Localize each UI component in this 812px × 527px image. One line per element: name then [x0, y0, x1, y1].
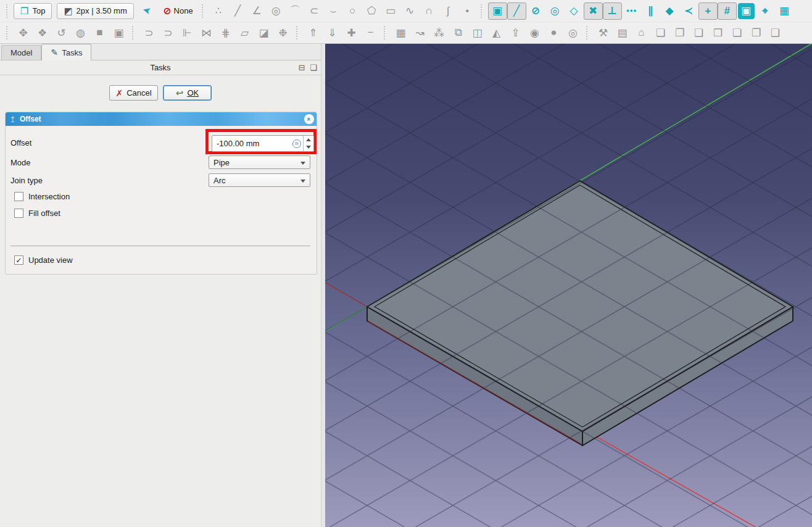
- snap-perpendicular-icon[interactable]: ⊥: [603, 2, 622, 20]
- dock-panel-icon[interactable]: ⊟: [298, 63, 305, 72]
- tab-tasks[interactable]: ✎ Tasks: [41, 44, 91, 60]
- snap-near-icon[interactable]: ≺: [679, 2, 698, 20]
- draft-polyline-icon[interactable]: ∠: [247, 2, 267, 20]
- snap-grid-icon[interactable]: #: [718, 2, 737, 20]
- expression-fx-icon[interactable]: fx: [292, 139, 301, 148]
- draft-shape2dview-icon[interactable]: ◫: [468, 24, 487, 41]
- draft-doc-plan-icon[interactable]: ❏: [651, 24, 670, 41]
- snap-center-icon[interactable]: ◎: [545, 2, 565, 20]
- draft-downgrade-icon[interactable]: ⇓: [323, 24, 342, 41]
- draft-doc-groups-icon[interactable]: ❑: [766, 24, 785, 41]
- update-view-checkbox[interactable]: ✓: [14, 255, 23, 265]
- line-width-button[interactable]: ◩ 2px | 3.50 mm: [57, 3, 133, 19]
- draft-polygon-icon[interactable]: ⬠: [362, 2, 381, 20]
- draft-point-array-icon[interactable]: ⁂: [429, 24, 449, 41]
- draft-doc-layers-icon[interactable]: ❐: [747, 24, 766, 41]
- intersection-checkbox[interactable]: [14, 192, 23, 201]
- snap-workingplane-icon[interactable]: ▣: [738, 3, 755, 19]
- draft-heal-icon[interactable]: ⌂: [632, 24, 651, 41]
- snap-angle-icon[interactable]: ◇: [565, 2, 584, 20]
- draft-scale-icon[interactable]: ▱: [235, 24, 254, 41]
- part-union-icon[interactable]: ◉: [525, 24, 544, 41]
- toolbar-handle[interactable]: [132, 26, 137, 39]
- 3d-viewport[interactable]: [325, 44, 812, 527]
- draft-rectangle-icon[interactable]: ▭: [381, 2, 400, 20]
- draft-edit-tools-icon[interactable]: ⚒: [594, 24, 613, 41]
- offset-spinbox[interactable]: -100.00 mm fx: [212, 135, 314, 152]
- draft-bezier-icon[interactable]: ∩: [420, 2, 439, 20]
- snap-special-icon[interactable]: ◆: [660, 2, 679, 20]
- mode-combobox[interactable]: Pipe: [209, 156, 310, 169]
- draft-cube-icon[interactable]: ■: [90, 24, 109, 41]
- spinner-buttons[interactable]: [303, 136, 313, 151]
- snap-ortho-icon[interactable]: +: [698, 2, 718, 20]
- draft-fillet-icon[interactable]: ⌣: [324, 2, 343, 20]
- draft-line-icon[interactable]: ╱: [228, 2, 247, 20]
- draft-doc-code-icon[interactable]: ❒: [708, 24, 727, 41]
- toolbar-handle[interactable]: [6, 26, 11, 39]
- draft-doc-shape-icon[interactable]: ❐: [670, 24, 689, 41]
- draft-upgrade-icon[interactable]: ⇑: [304, 24, 323, 41]
- draft-extrude-icon[interactable]: ⇪: [506, 24, 525, 41]
- spin-up-button[interactable]: [304, 136, 313, 144]
- draft-point-icon[interactable]: •: [458, 2, 477, 20]
- draft-2d-offset-icon[interactable]: ⊃: [159, 24, 178, 41]
- grid-toggle-icon[interactable]: ▦: [775, 2, 794, 20]
- draft-addpoint-icon[interactable]: ✚: [342, 24, 361, 41]
- draft-delpoint-icon[interactable]: −: [361, 24, 380, 41]
- draft-arc-3points-icon[interactable]: ⊂: [305, 2, 324, 20]
- spin-down-button[interactable]: [304, 144, 313, 152]
- autogroup-button[interactable]: ⊘ None: [163, 5, 193, 17]
- part-common-icon[interactable]: ●: [544, 24, 563, 41]
- draft-circle-icon[interactable]: ◎: [267, 2, 286, 20]
- draft-facebinder-icon[interactable]: ▣: [109, 24, 128, 41]
- draft-link-array-icon[interactable]: ⧉: [449, 24, 468, 41]
- draft-doc-dark-icon[interactable]: ❏: [727, 24, 747, 41]
- draft-ortho-array-icon[interactable]: ▦: [391, 24, 410, 41]
- draft-workingplane-proxy-icon[interactable]: ▤: [613, 24, 632, 41]
- draft-rotate-icon[interactable]: ↺: [52, 24, 71, 41]
- draft-split-icon[interactable]: ⋕: [216, 24, 235, 41]
- draft-clone-icon[interactable]: ◍: [71, 24, 90, 41]
- snap-midpoint-icon[interactable]: ⊘: [526, 2, 545, 20]
- join-type-combobox[interactable]: Arc: [209, 173, 310, 187]
- toolbar-handle[interactable]: [586, 26, 591, 39]
- snap-endpoint-icon[interactable]: ╱: [507, 2, 526, 20]
- draft-doc-annotation-icon[interactable]: ❑: [689, 24, 708, 41]
- toolbar-handle[interactable]: [202, 4, 207, 18]
- snap-dimensions-icon[interactable]: ⌖: [756, 2, 775, 20]
- dock-splitter[interactable]: [321, 44, 325, 527]
- draft-arc-icon[interactable]: ⌒: [286, 2, 305, 20]
- draft-bspline-icon[interactable]: ∿: [400, 2, 420, 20]
- cancel-button[interactable]: ✗ Cancel: [109, 85, 158, 101]
- draft-move-icon[interactable]: ✥: [14, 24, 33, 41]
- collapse-chevron-button[interactable]: «: [304, 114, 314, 124]
- tab-model[interactable]: Model: [1, 45, 41, 60]
- draft-ellipse-icon[interactable]: ○: [343, 2, 362, 20]
- toolbar-handle[interactable]: [296, 26, 301, 39]
- snap-parallel-icon[interactable]: ∥: [641, 2, 660, 20]
- snap-lock-icon[interactable]: ▣: [488, 2, 507, 20]
- draft-path-array-icon[interactable]: ↝: [410, 24, 429, 41]
- toolbar-handle[interactable]: [6, 4, 11, 18]
- toolbar-handle[interactable]: [481, 4, 486, 18]
- workingplane-top-button[interactable]: ❒ Top: [14, 3, 52, 19]
- draft-trimex-icon[interactable]: ⊩: [178, 24, 197, 41]
- snap-extension-icon[interactable]: ⋯: [622, 2, 641, 20]
- draft-cubicbezier-icon[interactable]: ∫: [439, 2, 458, 20]
- draft-knot-icon[interactable]: ❉: [273, 24, 292, 41]
- offset-taskbox-header[interactable]: ↥ Offset «: [6, 112, 317, 126]
- part-cut-icon[interactable]: ◎: [563, 24, 582, 41]
- snap-intersection-icon[interactable]: ✖: [584, 2, 603, 20]
- draft-mirror-icon[interactable]: ◭: [487, 24, 506, 41]
- draft-join-icon[interactable]: ⋈: [197, 24, 216, 41]
- apply-style-arrow-icon[interactable]: ➤: [141, 4, 152, 18]
- draft-offset-icon[interactable]: ⊃: [139, 24, 159, 41]
- toolbar-handle[interactable]: [384, 26, 389, 39]
- draft-sketch-icon[interactable]: ∴: [209, 2, 228, 20]
- draft-subelement-icon[interactable]: ◪: [254, 24, 273, 41]
- draft-copy-move-icon[interactable]: ❖: [33, 24, 52, 41]
- float-panel-icon[interactable]: ❏: [310, 63, 317, 72]
- ok-button[interactable]: ↩ OK: [163, 85, 212, 101]
- fill-offset-checkbox[interactable]: [14, 209, 23, 218]
